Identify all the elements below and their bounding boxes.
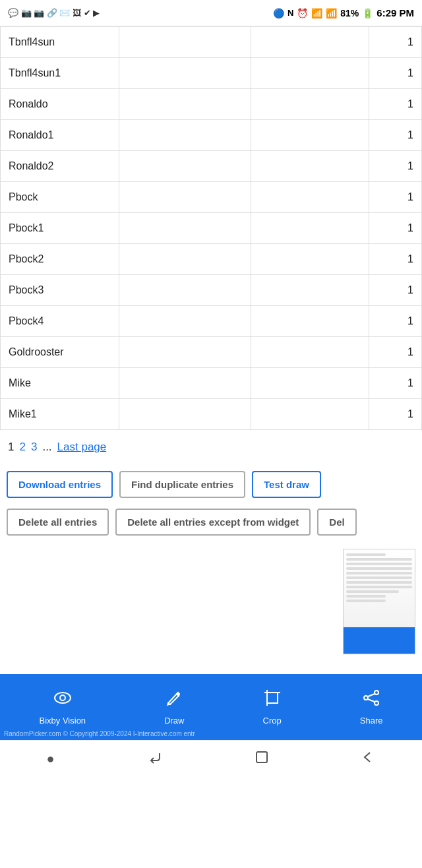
battery-icon: 🔋 (362, 8, 373, 18)
svg-point-6 (364, 696, 368, 700)
svg-point-1 (60, 695, 65, 700)
thumb-line-2 (346, 558, 412, 561)
table-row: Goldrooster 1 (1, 337, 422, 368)
entry-name: Pbock (1, 182, 119, 213)
nav-dot-icon: ● (46, 751, 54, 766)
android-nav-bar: ● (0, 740, 422, 777)
thumb-line-3 (346, 563, 412, 565)
status-bar-left: 💬 📷 📷 🔗 ✉️ 🖼 ✔ ▶ (8, 8, 100, 18)
entry-col2 (119, 368, 251, 399)
draw-item[interactable]: Draw (164, 689, 184, 726)
delete-all-entries-button[interactable]: Delete all entries (7, 509, 109, 536)
entry-name: Tbnfl4sun (1, 27, 119, 58)
thumb-line-10 (346, 595, 386, 598)
table-row: Pbock2 1 (1, 244, 422, 275)
entry-col3 (251, 244, 369, 275)
pagination: 1 2 3 ... Last page (0, 430, 422, 464)
entry-col3 (251, 120, 369, 151)
entry-col2 (119, 27, 251, 58)
entry-count: 1 (369, 306, 422, 337)
entry-col2 (119, 58, 251, 89)
page-current: 1 (8, 441, 14, 454)
entry-col3 (251, 89, 369, 120)
entry-count: 1 (369, 213, 422, 244)
entry-col2 (119, 244, 251, 275)
entry-count: 1 (369, 27, 422, 58)
entry-col3 (251, 306, 369, 337)
entry-name: Mike1 (1, 399, 119, 430)
page-2-link[interactable]: 2 (19, 441, 25, 454)
thumb-line-9 (346, 590, 399, 593)
svg-rect-2 (267, 693, 278, 703)
download-entries-button[interactable]: Download entries (7, 471, 113, 498)
button-row-2: Delete all entries Delete all entries ex… (0, 505, 422, 542)
svg-point-0 (55, 693, 71, 703)
battery-percent: 81% (340, 8, 359, 18)
page-3-link[interactable]: 3 (31, 441, 37, 454)
entry-count: 1 (369, 337, 422, 368)
nav-square-icon[interactable] (255, 751, 268, 767)
thumb-line-1 (346, 553, 386, 556)
entry-col3 (251, 213, 369, 244)
svg-point-5 (375, 691, 378, 695)
bixby-vision-item[interactable]: Bixby Vision (40, 689, 86, 726)
entry-col2 (119, 182, 251, 213)
button-row-1: Download entries Find duplicate entries … (0, 464, 422, 505)
status-bar: 💬 📷 📷 🔗 ✉️ 🖼 ✔ ▶ 🔵 N ⏰ 📶 📶 81% 🔋 6:29 PM (0, 0, 422, 26)
thumb-line-8 (346, 586, 412, 588)
thumb-line-11 (346, 600, 386, 602)
entry-name: Goldrooster (1, 337, 119, 368)
share-label: Share (360, 716, 383, 726)
bluetooth-icon: 🔵 (273, 8, 284, 18)
table-row: Pbock3 1 (1, 275, 422, 306)
delete-all-except-widget-button[interactable]: Delete all entries except from widget (115, 509, 311, 536)
signal-icon: 📶 (326, 8, 337, 18)
entry-col2 (119, 151, 251, 182)
bixby-vision-label: Bixby Vision (40, 716, 86, 726)
table-row: Mike1 1 (1, 399, 422, 430)
thumb-blue-bar (344, 627, 415, 654)
entry-name: Ronaldo (1, 89, 119, 120)
entry-name: Pbock2 (1, 244, 119, 275)
entries-table: Tbnfl4sun 1 Tbnfl4sun1 1 Ronaldo 1 Ronal… (0, 26, 422, 430)
thumb-line-5 (346, 572, 412, 574)
table-row: Tbnfl4sun1 1 (1, 58, 422, 89)
entry-count: 1 (369, 89, 422, 120)
wifi-icon: 📶 (311, 8, 322, 18)
nav-return-icon[interactable] (148, 750, 162, 768)
draw-label: Draw (164, 716, 184, 726)
notification-icons: 💬 📷 📷 🔗 ✉️ 🖼 ✔ ▶ (8, 8, 100, 18)
entry-col2 (119, 89, 251, 120)
entry-col3 (251, 275, 369, 306)
share-item[interactable]: Share (360, 689, 383, 726)
nfc-icon: N (287, 8, 293, 18)
entry-col2 (119, 120, 251, 151)
nav-back-icon[interactable] (361, 750, 375, 768)
entry-count: 1 (369, 120, 422, 151)
test-draw-button[interactable]: Test draw (252, 471, 321, 498)
table-row: Tbnfl4sun 1 (1, 27, 422, 58)
entry-col3 (251, 182, 369, 213)
entry-col3 (251, 399, 369, 430)
delete-partial-button[interactable]: Del (317, 509, 356, 536)
thumb-content (344, 549, 415, 654)
crop-item[interactable]: Crop (263, 689, 282, 726)
svg-line-9 (368, 699, 375, 702)
share-icon (362, 689, 380, 712)
bixby-vision-icon (53, 689, 72, 712)
svg-point-7 (375, 701, 378, 705)
entry-name: Pbock3 (1, 275, 119, 306)
entry-count: 1 (369, 368, 422, 399)
entries-table-container: Tbnfl4sun 1 Tbnfl4sun1 1 Ronaldo 1 Ronal… (0, 26, 422, 430)
entry-col3 (251, 151, 369, 182)
entry-count: 1 (369, 151, 422, 182)
entry-col2 (119, 213, 251, 244)
table-row: Mike 1 (1, 368, 422, 399)
entry-col2 (119, 399, 251, 430)
entry-count: 1 (369, 58, 422, 89)
draw-icon (165, 689, 183, 712)
status-bar-right: 🔵 N ⏰ 📶 📶 81% 🔋 6:29 PM (273, 7, 414, 18)
find-duplicate-entries-button[interactable]: Find duplicate entries (119, 471, 245, 498)
entry-count: 1 (369, 182, 422, 213)
last-page-link[interactable]: Last page (57, 441, 107, 454)
